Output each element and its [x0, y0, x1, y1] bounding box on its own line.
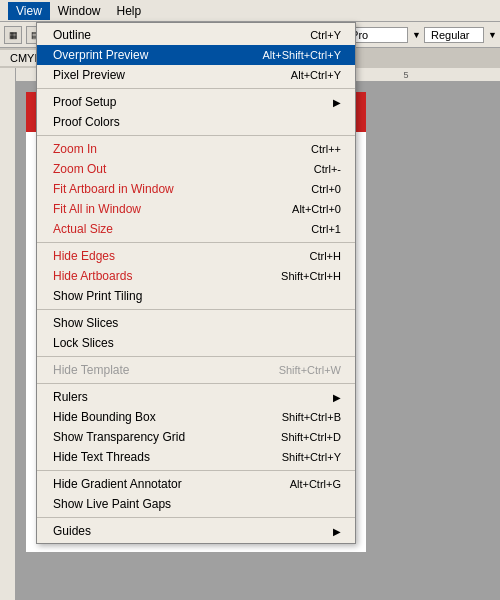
menu-item-hide-template: Hide TemplateShift+Ctrl+W: [37, 360, 355, 380]
menu-item-shortcut: Ctrl+1: [311, 223, 341, 235]
menu-item-shortcut: Shift+Ctrl+Y: [282, 451, 341, 463]
menu-item-shortcut: Ctrl+H: [310, 250, 341, 262]
menu-separator: [37, 470, 355, 471]
menu-item-proof-setup[interactable]: Proof Setup▶: [37, 92, 355, 112]
menu-item-show-slices[interactable]: Show Slices: [37, 313, 355, 333]
menu-item-label: Hide Template: [53, 363, 130, 377]
submenu-arrow-icon: ▶: [333, 97, 341, 108]
menu-separator: [37, 135, 355, 136]
menu-separator: [37, 356, 355, 357]
menu-item-show-transparency-grid[interactable]: Show Transparency GridShift+Ctrl+D: [37, 427, 355, 447]
menu-item-proof-colors[interactable]: Proof Colors: [37, 112, 355, 132]
menu-window[interactable]: Window: [50, 2, 109, 20]
menubar: View Window Help: [0, 0, 500, 22]
menu-item-label: Fit All in Window: [53, 202, 141, 216]
menu-item-zoom-out[interactable]: Zoom OutCtrl+-: [37, 159, 355, 179]
menu-item-shortcut: Shift+Ctrl+W: [279, 364, 341, 376]
font-family-arrow[interactable]: ▼: [412, 30, 420, 40]
menu-item-shortcut: Ctrl+Y: [310, 29, 341, 41]
menu-item-label: Fit Artboard in Window: [53, 182, 174, 196]
menu-separator: [37, 517, 355, 518]
menu-item-shortcut: Ctrl+0: [311, 183, 341, 195]
toolbar-icon1[interactable]: ▦: [4, 26, 22, 44]
menu-item-shortcut: Shift+Ctrl+H: [281, 270, 341, 282]
menu-item-label: Actual Size: [53, 222, 113, 236]
menu-separator: [37, 383, 355, 384]
menu-item-label: Hide Artboards: [53, 269, 132, 283]
menu-item-label: Pixel Preview: [53, 68, 125, 82]
menu-item-shortcut: Ctrl++: [311, 143, 341, 155]
menu-separator: [37, 88, 355, 89]
menu-item-show-print-tiling[interactable]: Show Print Tiling: [37, 286, 355, 306]
menu-item-shortcut: Alt+Shift+Ctrl+Y: [262, 49, 341, 61]
menu-item-label: Overprint Preview: [53, 48, 148, 62]
menu-item-label: Hide Edges: [53, 249, 115, 263]
menu-item-overprint-preview[interactable]: Overprint PreviewAlt+Shift+Ctrl+Y: [37, 45, 355, 65]
menu-item-label: Guides: [53, 524, 91, 538]
menu-item-rulers[interactable]: Rulers▶: [37, 387, 355, 407]
menu-item-label: Show Transparency Grid: [53, 430, 185, 444]
menu-item-hide-artboards[interactable]: Hide ArtboardsShift+Ctrl+H: [37, 266, 355, 286]
menu-item-label: Zoom In: [53, 142, 97, 156]
menu-item-shortcut: Shift+Ctrl+B: [282, 411, 341, 423]
menu-item-label: Lock Slices: [53, 336, 114, 350]
menu-item-label: Outline: [53, 28, 91, 42]
menu-item-label: Show Live Paint Gaps: [53, 497, 171, 511]
menu-item-hide-bounding-box[interactable]: Hide Bounding BoxShift+Ctrl+B: [37, 407, 355, 427]
font-style-arrow[interactable]: ▼: [488, 30, 496, 40]
menu-item-outline[interactable]: OutlineCtrl+Y: [37, 25, 355, 45]
menu-item-label: Hide Text Threads: [53, 450, 150, 464]
menu-item-label: Rulers: [53, 390, 88, 404]
menu-item-shortcut: Alt+Ctrl+G: [290, 478, 341, 490]
menu-separator: [37, 242, 355, 243]
menu-item-label: Hide Bounding Box: [53, 410, 156, 424]
menu-item-label: Zoom Out: [53, 162, 106, 176]
ruler-vertical: [0, 68, 16, 600]
menu-item-label: Hide Gradient Annotator: [53, 477, 182, 491]
menu-item-hide-text-threads[interactable]: Hide Text ThreadsShift+Ctrl+Y: [37, 447, 355, 467]
menu-item-actual-size[interactable]: Actual SizeCtrl+1: [37, 219, 355, 239]
menu-item-show-live-paint-gaps[interactable]: Show Live Paint Gaps: [37, 494, 355, 514]
menu-item-hide-gradient-annotator[interactable]: Hide Gradient AnnotatorAlt+Ctrl+G: [37, 474, 355, 494]
menu-item-lock-slices[interactable]: Lock Slices: [37, 333, 355, 353]
menu-view[interactable]: View: [8, 2, 50, 20]
menu-item-label: Show Slices: [53, 316, 118, 330]
menu-item-shortcut: Ctrl+-: [314, 163, 341, 175]
submenu-arrow-icon: ▶: [333, 526, 341, 537]
menu-item-pixel-preview[interactable]: Pixel PreviewAlt+Ctrl+Y: [37, 65, 355, 85]
menu-item-label: Proof Setup: [53, 95, 116, 109]
menu-item-label: Proof Colors: [53, 115, 120, 129]
menu-item-shortcut: Alt+Ctrl+0: [292, 203, 341, 215]
submenu-arrow-icon: ▶: [333, 392, 341, 403]
menu-separator: [37, 309, 355, 310]
font-style-input[interactable]: Regular: [424, 27, 484, 43]
menu-help[interactable]: Help: [108, 2, 149, 20]
menu-file[interactable]: [0, 9, 8, 13]
menu-item-shortcut: Shift+Ctrl+D: [281, 431, 341, 443]
menu-item-guides[interactable]: Guides▶: [37, 521, 355, 541]
menu-item-zoom-in[interactable]: Zoom InCtrl++: [37, 139, 355, 159]
menu-item-fit-all[interactable]: Fit All in WindowAlt+Ctrl+0: [37, 199, 355, 219]
view-dropdown-menu: OutlineCtrl+YOverprint PreviewAlt+Shift+…: [36, 22, 356, 544]
menu-item-label: Show Print Tiling: [53, 289, 142, 303]
menu-item-hide-edges[interactable]: Hide EdgesCtrl+H: [37, 246, 355, 266]
menu-item-fit-artboard[interactable]: Fit Artboard in WindowCtrl+0: [37, 179, 355, 199]
menu-item-shortcut: Alt+Ctrl+Y: [291, 69, 341, 81]
